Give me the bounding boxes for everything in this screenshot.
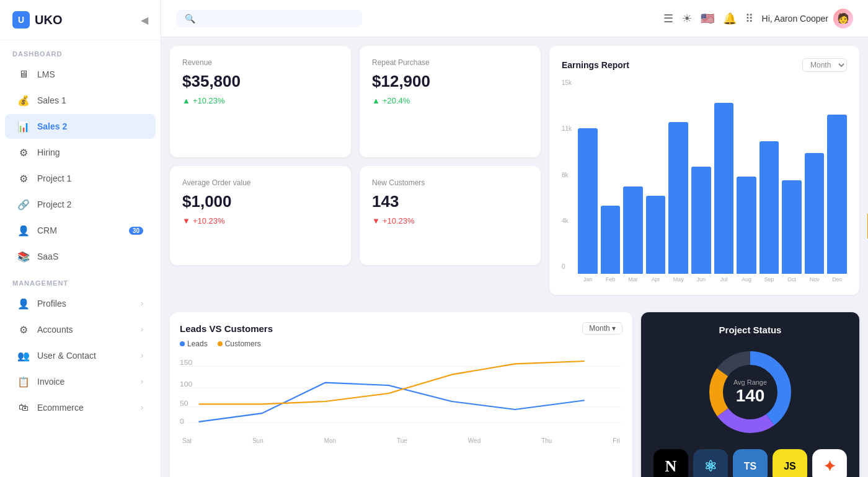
tech-icon-react[interactable]: ⚛ — [693, 449, 728, 477]
sidebar-item-user-contact[interactable]: 👥 User & Contact › — [5, 343, 156, 368]
sidebar-item-label: CRM — [37, 225, 57, 235]
revenue-value: $35,800 — [182, 72, 339, 91]
user-contact-icon: 👥 — [17, 349, 30, 362]
sidebar-item-project1[interactable]: ⚙ Project 1 — [5, 166, 156, 191]
sidebar-item-invoice[interactable]: 📋 Invoice › — [5, 369, 156, 394]
customers-line — [199, 361, 585, 404]
x-axis-labels: Sat Sun Mon Tue Wed Thu Fri — [180, 437, 622, 444]
project-status-card: Project Status Avg Range 140 — [641, 312, 859, 477]
grid-icon[interactable]: ⠿ — [745, 12, 753, 25]
lms-icon: 🖥 — [17, 68, 30, 81]
logo-text: UKO — [35, 13, 62, 27]
leads-period-selector[interactable]: Month ▾ — [582, 322, 622, 335]
sidebar-item-label: Accounts — [37, 325, 73, 335]
bar-chart — [578, 79, 847, 274]
bar-may — [668, 122, 688, 274]
bar-feb — [601, 206, 621, 274]
flag-icon[interactable]: 🇺🇸 — [701, 12, 714, 25]
ecommerce-icon: 🛍 — [17, 401, 30, 414]
sidebar-item-label: Invoice — [37, 377, 64, 387]
leads-legend-item: Leads — [180, 339, 208, 348]
logo-icon: U — [12, 11, 30, 28]
repeat-change: ▲ +20.4% — [372, 96, 528, 105]
new-customers-value: 143 — [372, 192, 528, 211]
customers-legend-item: Customers — [218, 339, 261, 348]
bar-nov — [805, 153, 825, 274]
tech-icon-next[interactable]: N — [653, 449, 688, 477]
line-chart: 150 100 50 0 — [180, 353, 622, 434]
sidebar-item-profiles[interactable]: 👤 Profiles › — [5, 291, 156, 316]
sidebar-item-label: Sales 1 — [37, 95, 66, 105]
revenue-label: Revenue — [182, 58, 339, 67]
month-selector[interactable]: Month Week Year — [802, 58, 847, 72]
earnings-card: Earnings Report Month Week Year 15k 11k … — [549, 46, 859, 295]
tech-icons-row: N ⚛ TS JS ✦ — [653, 449, 847, 477]
leads-dot — [180, 341, 185, 346]
main-content: 🔍 ☰ ☀ 🇺🇸 🔔 ⠿ Hi, Aaron Cooper 🧑 Revenue … — [161, 0, 868, 477]
saas-icon: 📚 — [17, 250, 30, 263]
avg-order-change: ▼ +10.23% — [182, 216, 339, 225]
logo-brand: U UKO — [12, 11, 62, 28]
svg-text:50: 50 — [180, 400, 188, 407]
sales1-icon: 💰 — [17, 94, 30, 107]
sidebar-item-accounts[interactable]: ⚙ Accounts › — [5, 317, 156, 342]
project-status-title: Project Status — [719, 325, 782, 335]
sidebar-item-ecommerce[interactable]: 🛍 Ecommerce › — [5, 395, 156, 420]
donut-chart: Avg Range 140 — [701, 343, 800, 442]
sidebar: U UKO ◀ DASHBOARD 🖥 LMS 💰 Sales 1 📊 Sale… — [0, 0, 161, 477]
dashboard-section-label: DASHBOARD — [0, 40, 161, 61]
bar-oct — [782, 180, 802, 274]
sidebar-item-label: Project 1 — [37, 173, 71, 183]
sidebar-item-project2[interactable]: 🔗 Project 2 — [5, 192, 156, 217]
bar-apr — [646, 196, 666, 274]
sidebar-item-label: Sales 2 — [37, 121, 67, 131]
project2-icon: 🔗 — [17, 198, 30, 211]
sidebar-item-label: Hiring — [37, 147, 60, 157]
leads-header: Leads VS Customers Month ▾ — [180, 322, 622, 335]
down-arrow-icon: ▼ — [372, 216, 380, 225]
tech-icon-js[interactable]: JS — [773, 449, 807, 477]
sidebar-item-lms[interactable]: 🖥 LMS — [5, 62, 156, 87]
project1-icon: ⚙ — [17, 172, 30, 185]
svg-text:150: 150 — [180, 359, 192, 366]
avg-order-value: $1,000 — [182, 192, 339, 211]
sidebar-item-crm[interactable]: 👤 CRM 30 — [5, 218, 156, 243]
chevron-right-icon: › — [141, 299, 143, 308]
avg-value: 140 — [733, 386, 767, 406]
sidebar-item-sales1[interactable]: 💰 Sales 1 — [5, 88, 156, 113]
svg-text:100: 100 — [180, 381, 192, 388]
sidebar-item-hiring[interactable]: ⚙ Hiring — [5, 140, 156, 165]
sidebar-item-label: Profiles — [37, 299, 66, 309]
bell-icon[interactable]: 🔔 — [723, 12, 737, 25]
tech-icon-figma[interactable]: ✦ — [812, 449, 847, 477]
user-greeting: Hi, Aaron Cooper — [762, 14, 828, 24]
invoice-icon: 📋 — [17, 375, 30, 388]
search-box[interactable]: 🔍 — [176, 10, 362, 27]
tech-icon-ts[interactable]: TS — [733, 449, 768, 477]
collapse-button[interactable]: ◀ — [141, 14, 148, 26]
bar-jun — [691, 167, 711, 274]
header-right: ☰ ☀ 🇺🇸 🔔 ⠿ Hi, Aaron Cooper 🧑 — [663, 9, 853, 28]
sidebar-item-label: Project 2 — [37, 199, 71, 209]
new-customers-change: ▼ +10.23% — [372, 216, 528, 225]
header: 🔍 ☰ ☀ 🇺🇸 🔔 ⠿ Hi, Aaron Cooper 🧑 — [161, 0, 868, 37]
sidebar-item-label: SaaS — [37, 252, 58, 261]
sun-icon[interactable]: ☀ — [682, 12, 692, 25]
hiring-icon: ⚙ — [17, 146, 30, 159]
repeat-label: Repeat Purchase — [372, 58, 528, 67]
earnings-title: Earnings Report — [562, 60, 629, 70]
leads-card: Leads VS Customers Month ▾ Leads Custome… — [170, 312, 632, 477]
chevron-right-icon: › — [141, 403, 143, 412]
chevron-right-icon: › — [141, 351, 143, 360]
user-info: Hi, Aaron Cooper 🧑 — [762, 9, 853, 28]
new-customers-label: New Customers — [372, 178, 528, 187]
bar-jan — [578, 128, 598, 274]
sidebar-item-sales2[interactable]: 📊 Sales 2 — [5, 114, 156, 139]
new-customers-card: New Customers 143 ▼ +10.23% — [360, 166, 541, 265]
earnings-header: Earnings Report Month Week Year — [562, 58, 847, 72]
bar-aug — [737, 177, 756, 274]
menu-icon[interactable]: ☰ — [663, 12, 673, 25]
sidebar-item-saas[interactable]: 📚 SaaS — [5, 244, 156, 269]
revenue-change: ▲ +10.23% — [182, 96, 339, 105]
bar-dec — [827, 115, 847, 274]
